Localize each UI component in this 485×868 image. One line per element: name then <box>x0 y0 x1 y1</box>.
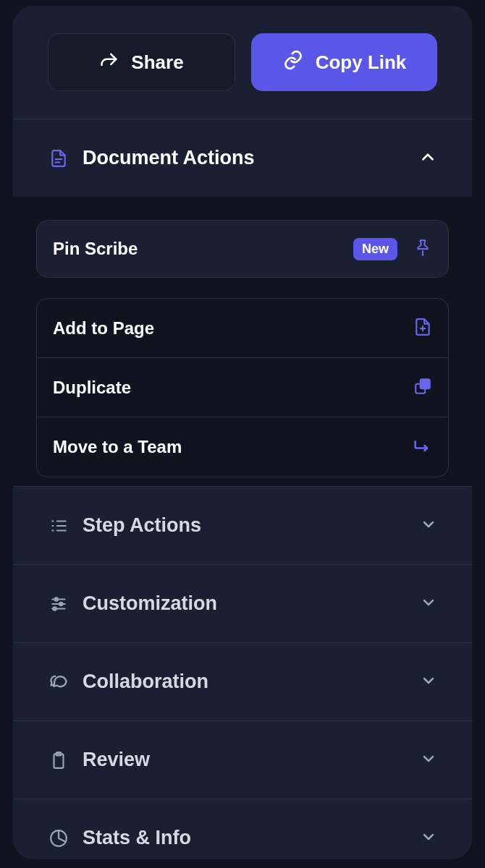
add-to-page-label: Add to Page <box>53 318 413 339</box>
actions-panel: Share Copy Link Document Actions Pin Scr… <box>13 6 472 859</box>
pin-scribe-label: Pin Scribe <box>53 239 353 259</box>
section-stats-info[interactable]: Stats & Info <box>13 799 472 859</box>
move-to-team-label: Move to a Team <box>53 437 412 457</box>
section-step-actions-label: Step Actions <box>83 514 420 537</box>
section-review-label: Review <box>83 749 420 771</box>
document-actions-body: Pin Scribe New Add to Page Duplicate Mov… <box>13 197 472 486</box>
sliders-icon <box>48 595 69 613</box>
ordered-list-icon <box>48 516 69 535</box>
section-customization[interactable]: Customization <box>13 564 472 642</box>
section-document-actions-label: Document Actions <box>83 147 418 169</box>
share-button-label: Share <box>131 51 183 74</box>
chevron-down-icon <box>420 672 437 692</box>
chevron-down-icon <box>420 594 437 614</box>
file-plus-icon <box>413 318 432 339</box>
new-badge: New <box>353 238 397 260</box>
pin-scribe-item[interactable]: Pin Scribe New <box>36 220 449 278</box>
chevron-down-icon <box>420 750 437 770</box>
link-icon <box>282 49 304 76</box>
share-arrow-icon <box>99 50 119 75</box>
duplicate-icon <box>413 377 432 399</box>
document-icon <box>48 149 69 168</box>
section-collaboration-label: Collaboration <box>83 671 420 693</box>
chat-bubbles-icon <box>48 672 69 692</box>
chevron-down-icon <box>420 828 437 848</box>
pin-icon <box>413 238 432 260</box>
move-arrow-icon <box>412 435 432 459</box>
section-document-actions[interactable]: Document Actions <box>13 119 472 197</box>
duplicate-label: Duplicate <box>53 378 413 398</box>
section-customization-label: Customization <box>83 592 420 615</box>
chevron-up-icon <box>418 148 437 169</box>
add-to-page-item[interactable]: Add to Page <box>37 299 448 358</box>
copy-link-button-label: Copy Link <box>316 51 407 74</box>
move-to-team-item[interactable]: Move to a Team <box>37 417 448 477</box>
section-stats-info-label: Stats & Info <box>83 827 420 849</box>
chevron-down-icon <box>420 516 437 536</box>
pie-chart-icon <box>48 829 69 848</box>
document-actions-list: Add to Page Duplicate Move to a Team <box>36 298 449 477</box>
top-button-row: Share Copy Link <box>13 6 472 119</box>
section-collaboration[interactable]: Collaboration <box>13 642 472 720</box>
duplicate-item[interactable]: Duplicate <box>37 358 448 417</box>
share-button[interactable]: Share <box>48 33 235 91</box>
clipboard-icon <box>48 751 69 770</box>
section-review[interactable]: Review <box>13 720 472 799</box>
copy-link-button[interactable]: Copy Link <box>251 33 437 91</box>
section-step-actions[interactable]: Step Actions <box>13 486 472 564</box>
